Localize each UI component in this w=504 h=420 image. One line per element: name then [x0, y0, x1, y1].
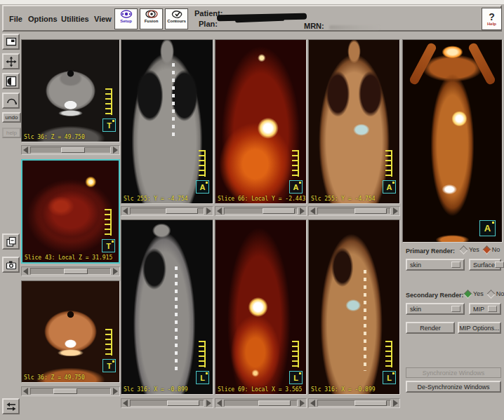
slider-thumb[interactable] — [166, 208, 198, 214]
secondary-mode-dropdown[interactable]: MIP — [469, 303, 501, 315]
slider-right-arrow[interactable] — [206, 400, 211, 407]
sagittal-pet-orientation-marker: L — [289, 371, 303, 384]
axial-pet-slice-slider[interactable] — [21, 266, 120, 276]
slider-left-arrow[interactable] — [23, 388, 28, 395]
option-menu-stub-icon — [451, 306, 460, 312]
sagittal-pet-image[interactable] — [215, 220, 306, 394]
sagittal-fused-viewport[interactable]: L Slc 316: X = -0.899 — [308, 219, 400, 395]
sagittal-ct-slice-slider[interactable] — [121, 398, 213, 408]
coronal-pet-viewport[interactable]: A Slice 66: Local Y = -2.443 — [215, 39, 307, 204]
contours-button[interactable]: Contours — [165, 8, 188, 29]
rotate-tool-button[interactable] — [2, 93, 20, 109]
primary-structure-dropdown[interactable]: skin — [406, 259, 465, 271]
menu-options[interactable]: Options — [28, 15, 58, 23]
slider-trough[interactable] — [130, 400, 204, 407]
render-button[interactable]: Render — [406, 322, 455, 334]
sagittal-ct-viewport[interactable]: L Slc 316: X = -0.899 — [121, 219, 213, 395]
slider-trough[interactable] — [30, 268, 111, 275]
coronal-fused-slice-slider[interactable] — [308, 206, 400, 216]
mip-image[interactable] — [403, 40, 502, 242]
orientation-letter: L — [387, 374, 392, 382]
axial-fused-viewport[interactable]: T Slc 36: Z = 49.750 — [21, 280, 120, 383]
sagittal-ct-caption: Slc 316: X = -0.899 — [124, 386, 188, 393]
menu-view[interactable]: View — [94, 15, 112, 23]
slider-left-arrow[interactable] — [310, 400, 315, 407]
sagittal-pet-slice-slider[interactable] — [215, 398, 307, 408]
slider-right-arrow[interactable] — [300, 400, 305, 407]
slider-right-arrow[interactable] — [113, 147, 118, 154]
sagittal-pet-viewport[interactable]: L Slice 69: Local X = 3.565 — [215, 219, 307, 395]
slider-right-arrow[interactable] — [393, 208, 398, 215]
axial-ct-viewport[interactable]: T Slc 36: Z = 49.750 — [21, 39, 120, 142]
secondary-yes-radio[interactable] — [463, 290, 472, 299]
help-button[interactable]: ? Help — [482, 8, 502, 30]
slider-left-arrow[interactable] — [123, 400, 128, 407]
setup-button[interactable]: Setup — [114, 8, 138, 29]
sagittal-fused-slice-slider[interactable] — [308, 398, 400, 408]
slider-trough[interactable] — [130, 208, 204, 215]
axial-ct-slice-slider[interactable] — [21, 145, 120, 155]
slider-trough[interactable] — [30, 388, 111, 395]
slider-left-arrow[interactable] — [310, 208, 315, 215]
window-level-tool-button[interactable] — [2, 73, 20, 89]
menu-file[interactable]: File — [9, 15, 22, 23]
axial-pet-viewport[interactable]: T Slice 43: Local Z = 31.915 — [21, 159, 120, 264]
coronal-fused-orientation-marker: A — [383, 180, 396, 194]
axial-fused-slice-slider[interactable] — [21, 386, 120, 396]
slider-left-arrow[interactable] — [217, 400, 222, 407]
coronal-ct-image[interactable] — [121, 40, 213, 203]
coronal-ct-viewport[interactable]: A Slc 255: Y = -4.754 — [121, 39, 213, 204]
slider-left-arrow[interactable] — [217, 208, 222, 215]
copy-views-button[interactable] — [2, 233, 20, 250]
slider-thumb[interactable] — [263, 208, 295, 214]
coronal-ct-slice-slider[interactable] — [121, 206, 213, 216]
copy-views-icon — [6, 236, 17, 248]
secondary-render-radios: Yes No — [460, 290, 504, 297]
fusion-button[interactable]: Fusion — [140, 8, 163, 29]
sagittal-ct-image[interactable] — [121, 220, 213, 394]
slider-trough[interactable] — [224, 400, 298, 407]
primary-mode-dropdown[interactable]: Surface — [469, 259, 501, 271]
coronal-ct-colorbar — [199, 150, 206, 177]
slider-right-arrow[interactable] — [113, 388, 118, 395]
coronal-pet-image[interactable] — [215, 40, 306, 203]
undo-button[interactable]: undo — [2, 112, 21, 123]
coronal-pet-orientation-marker: A — [289, 180, 303, 194]
slider-left-arrow[interactable] — [123, 208, 128, 215]
slider-right-arrow[interactable] — [206, 208, 211, 215]
sidebar-help-button[interactable]: help — [2, 128, 21, 138]
slider-thumb[interactable] — [61, 147, 85, 153]
slider-thumb[interactable] — [53, 388, 77, 394]
menu-utilities[interactable]: Utilities — [61, 15, 89, 23]
pan-tool-button[interactable] — [2, 53, 20, 69]
slider-thumb[interactable] — [354, 400, 387, 406]
desynchronize-windows-button[interactable]: De-Synchronize Windows — [406, 381, 501, 393]
swap-views-button[interactable] — [2, 398, 20, 414]
coronal-fused-viewport[interactable]: A Slc 255: Y = -4.754 — [308, 39, 400, 204]
slider-trough[interactable] — [317, 208, 391, 215]
window-tool-button[interactable] — [2, 34, 20, 50]
slider-thumb[interactable] — [258, 400, 291, 406]
slider-thumb[interactable] — [64, 269, 88, 274]
coronal-fused-image[interactable] — [309, 40, 399, 203]
snapshot-button[interactable] — [2, 257, 20, 273]
slider-thumb[interactable] — [354, 208, 387, 214]
slider-trough[interactable] — [224, 208, 298, 215]
secondary-no-radio[interactable] — [486, 290, 496, 299]
slider-thumb[interactable] — [167, 400, 199, 406]
slider-left-arrow[interactable] — [23, 147, 28, 154]
secondary-structure-dropdown[interactable]: skin — [406, 303, 465, 315]
slider-left-arrow[interactable] — [23, 268, 28, 275]
slider-trough[interactable] — [317, 400, 391, 407]
primary-no-radio[interactable] — [482, 245, 491, 255]
slider-right-arrow[interactable] — [393, 400, 398, 407]
coronal-pet-slice-slider[interactable] — [215, 206, 307, 216]
mip-options-button[interactable]: MIP Options... — [458, 322, 501, 334]
slider-trough[interactable] — [30, 147, 111, 154]
mip-viewport[interactable]: A — [402, 39, 503, 243]
primary-yes-radio[interactable] — [459, 245, 468, 255]
slider-right-arrow[interactable] — [300, 208, 305, 215]
slider-right-arrow[interactable] — [113, 268, 118, 275]
synchronize-windows-button[interactable]: Synchronize Windows — [406, 367, 501, 378]
sagittal-fused-image[interactable] — [309, 220, 399, 394]
